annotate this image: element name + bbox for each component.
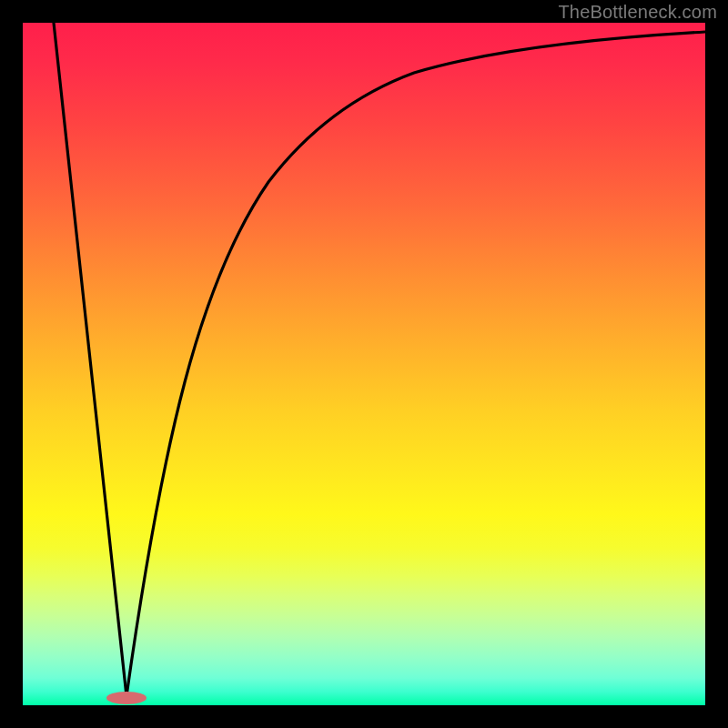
plot-area (23, 23, 705, 705)
chart-frame: TheBottleneck.com (0, 0, 728, 728)
left-branch-line (54, 23, 126, 696)
curve-layer (23, 23, 705, 705)
right-branch-curve (126, 32, 705, 696)
watermark-text: TheBottleneck.com (558, 2, 717, 23)
vertex-marker (106, 692, 147, 704)
